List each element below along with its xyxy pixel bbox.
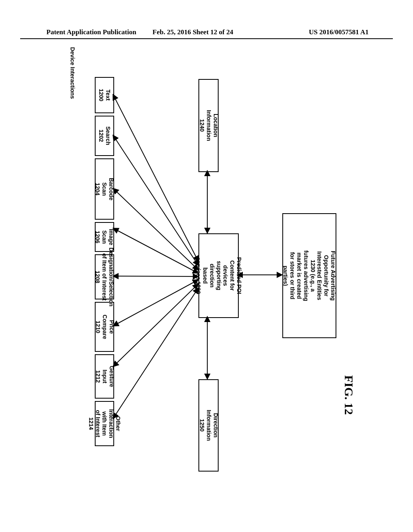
interaction-text: Text 1200 <box>95 77 114 113</box>
interaction-designation: Designation/Selection of Item of Interes… <box>95 254 114 299</box>
header-center: Feb. 25, 2016 Sheet 12 of 24 <box>152 28 233 36</box>
right-box-label: Future Advertising Opportunity for Inter… <box>282 249 336 302</box>
location-box-label: Location Information 1240 <box>198 110 219 141</box>
svg-line-4 <box>113 276 198 276</box>
interaction-gesture: Gesture Input 1212 <box>95 354 114 399</box>
header-rule <box>20 38 393 39</box>
interaction-pricecompare: Price Compare 1210 <box>95 302 114 352</box>
figure-label: FIG. 12 <box>342 375 356 428</box>
svg-line-0 <box>113 94 198 262</box>
center-box-label: Predicted POI Content for devices suppor… <box>195 256 242 295</box>
location-box: Location Information 1240 <box>198 79 219 172</box>
page-root: Patent Application Publication Feb. 25, … <box>0 0 413 532</box>
svg-line-7 <box>113 288 198 419</box>
svg-line-1 <box>113 135 198 266</box>
svg-line-3 <box>113 228 198 273</box>
svg-line-2 <box>113 188 198 270</box>
right-box: Future Advertising Opportunity for Inter… <box>282 213 336 338</box>
interaction-search-label: Search 1202 <box>98 127 111 145</box>
svg-line-6 <box>113 284 198 367</box>
interaction-imagescan-label: Image Scan 1206 <box>94 228 115 246</box>
interaction-other-label: Other Interaction with Item of Interest … <box>88 409 121 438</box>
section-title: Device Interactions <box>68 45 76 101</box>
diagram: Device Interactions Text 1200 Search 120… <box>48 54 365 478</box>
direction-box: Direction Information 1250 <box>198 379 219 472</box>
interaction-barcode-label: Barcode Scan 1204 <box>94 178 115 200</box>
interaction-pricecompare-label: Price Compare 1210 <box>94 315 115 339</box>
interaction-gesture-label: Gesture Input 1212 <box>94 366 115 387</box>
direction-box-label: Direction Information 1250 <box>198 410 219 441</box>
interaction-barcode: Barcode Scan 1204 <box>95 158 114 220</box>
svg-line-5 <box>113 280 198 326</box>
header-left: Patent Application Publication <box>46 28 136 36</box>
interaction-other: Other Interaction with Item of Interest … <box>95 401 114 446</box>
interaction-designation-label: Designation/Selection of Item of Interes… <box>94 247 115 306</box>
header-right: US 2016/0057581 A1 <box>309 28 369 36</box>
interaction-search: Search 1202 <box>95 116 114 156</box>
center-box: Predicted POI Content for devices suppor… <box>198 233 239 318</box>
interaction-text-label: Text 1200 <box>98 86 111 104</box>
